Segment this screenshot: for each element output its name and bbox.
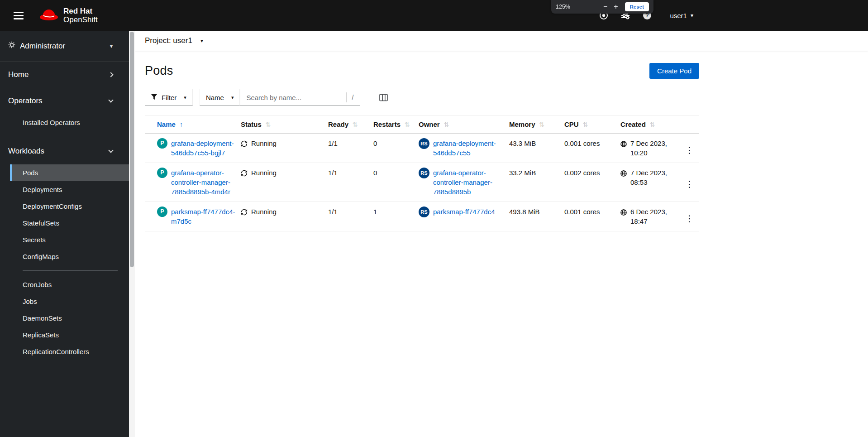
column-label: Status	[241, 120, 262, 128]
cell-created: 7 Dec 2023, 08:53	[620, 163, 682, 202]
chevron-down-icon	[108, 148, 113, 153]
pod-badge: P	[157, 206, 167, 217]
column-header-status[interactable]: Status ⇅	[241, 115, 328, 133]
pod-link[interactable]: grafana-deployment-546dd57c55-bgjl7	[171, 139, 236, 158]
status-text: Running	[251, 139, 277, 148]
user-menu[interactable]: user1 ▾	[670, 12, 693, 19]
column-header-created[interactable]: Created ⇅	[620, 115, 682, 133]
replicaset-badge: RS	[419, 206, 429, 217]
masthead: Red Hat OpenShift ?	[0, 0, 868, 31]
chevron-down-icon[interactable]: ▾	[200, 38, 203, 44]
kebab-menu-button[interactable]: ⋮	[685, 163, 699, 202]
sidebar-item-workloads[interactable]: Workloads	[0, 138, 129, 164]
chevron-right-icon	[108, 72, 113, 77]
search-box: /	[240, 89, 360, 106]
table-row: P grafana-operator-controller-manager-78…	[145, 163, 699, 202]
column-label: Ready	[328, 120, 348, 128]
sidebar-item-home[interactable]: Home	[0, 62, 129, 88]
column-label: Name	[157, 120, 176, 128]
pod-link[interactable]: grafana-operator-controller-manager-7885…	[171, 168, 236, 197]
kebab-menu-button[interactable]: ⋮	[685, 134, 699, 163]
sidebar-item-operators[interactable]: Operators	[0, 88, 129, 114]
replicaset-badge: RS	[419, 168, 429, 178]
cell-status: Running	[241, 202, 328, 231]
globe-icon	[620, 169, 627, 179]
created-text: 7 Dec 2023, 10:20	[630, 139, 675, 158]
browser-zoom-overlay: 125% − + Reset	[551, 0, 653, 14]
sidebar-nav: Administrator ▾ Home Operators Installed…	[0, 31, 129, 437]
zoom-reset-button[interactable]: Reset	[625, 2, 649, 11]
cell-memory: 493.8 MiB	[509, 202, 564, 231]
zoom-out-button[interactable]: −	[600, 3, 610, 10]
cell-cpu: 0.002 cores	[564, 163, 620, 202]
sidebar-scrollbar[interactable]	[129, 31, 135, 437]
sort-icon: ⇅	[266, 121, 271, 128]
cell-ready: 1/1	[328, 134, 373, 163]
gear-icon	[8, 41, 15, 51]
cell-owner: RS parksmap-ff7477dc4	[419, 202, 509, 231]
page-title: Pods	[145, 64, 173, 78]
filter-dropdown[interactable]: Filter ▾	[145, 89, 193, 106]
status-text: Running	[251, 207, 277, 216]
page-header: Pods Create Pod	[145, 63, 699, 79]
sidebar-item-secrets[interactable]: Secrets	[10, 231, 129, 248]
cell-created: 7 Dec 2023, 10:20	[620, 134, 682, 163]
sort-icon: ⇅	[583, 121, 588, 128]
chevron-down-icon	[108, 97, 113, 102]
cell-restarts: 0	[373, 134, 419, 163]
manage-columns-icon[interactable]	[379, 94, 388, 101]
created-text: 7 Dec 2023, 08:53	[630, 168, 675, 187]
sidebar-item-deploymentconfigs[interactable]: DeploymentConfigs	[10, 198, 129, 215]
scrollbar-thumb[interactable]	[130, 32, 134, 267]
sidebar-item-replicasets[interactable]: ReplicaSets	[10, 327, 129, 343]
sidebar-item-jobs[interactable]: Jobs	[10, 293, 129, 310]
column-label: Owner	[419, 120, 440, 128]
column-label: Created	[620, 120, 646, 128]
sort-icon: ⇅	[650, 121, 655, 128]
cell-memory: 33.2 MiB	[509, 163, 564, 202]
kebab-menu-button[interactable]: ⋮	[685, 202, 699, 231]
nav-toggle-button[interactable]	[11, 9, 26, 22]
chevron-down-icon: ▾	[184, 95, 186, 101]
username: user1	[670, 12, 687, 19]
sidebar-item-configmaps[interactable]: ConfigMaps	[10, 248, 129, 265]
zoom-level: 125%	[556, 4, 570, 10]
cell-owner: RS grafana-deployment-546dd57c55	[419, 134, 509, 163]
cell-status: Running	[241, 134, 328, 163]
column-header-restarts[interactable]: Restarts ⇅	[373, 115, 419, 133]
sidebar-item-pods[interactable]: Pods	[10, 164, 129, 181]
sidebar-item-deployments[interactable]: Deployments	[10, 181, 129, 198]
sidebar-item-statefulsets[interactable]: StatefulSets	[10, 215, 129, 231]
cell-owner: RS grafana-operator-controller-manager-7…	[419, 163, 509, 202]
column-header-owner[interactable]: Owner ⇅	[419, 115, 509, 133]
main-content: Project: user1 ▾ Pods Create Pod Filter …	[135, 0, 868, 231]
cell-ready: 1/1	[328, 163, 373, 202]
owner-link[interactable]: grafana-deployment-546dd57c55	[433, 139, 502, 158]
create-pod-button[interactable]: Create Pod	[649, 63, 699, 79]
column-header-ready[interactable]: Ready ⇅	[328, 115, 373, 133]
subnav-divider	[23, 270, 118, 271]
owner-link[interactable]: parksmap-ff7477dc4	[433, 207, 495, 216]
sidebar-item-daemonsets[interactable]: DaemonSets	[10, 310, 129, 327]
attribute-dropdown[interactable]: Name ▾	[200, 89, 240, 106]
column-label: CPU	[564, 120, 579, 128]
globe-icon	[620, 140, 627, 149]
column-header-memory[interactable]: Memory ⇅	[509, 115, 564, 133]
cell-cpu: 0.001 cores	[564, 202, 620, 231]
cell-memory: 43.3 MiB	[509, 134, 564, 163]
sidebar-item-replicationcontrollers[interactable]: ReplicationControllers	[10, 343, 129, 360]
sidebar-item-installed-operators[interactable]: Installed Operators	[10, 114, 129, 131]
filter-label: Filter	[162, 94, 176, 101]
filter-icon	[151, 94, 157, 101]
pod-link[interactable]: parksmap-ff7477dc4-m7d5c	[171, 207, 236, 226]
owner-link[interactable]: grafana-operator-controller-manager-7885…	[433, 168, 502, 197]
nav-label: Operators	[8, 96, 43, 106]
sidebar-item-cronjobs[interactable]: CronJobs	[10, 276, 129, 293]
project-selector[interactable]: Project: user1	[145, 36, 192, 45]
column-header-name[interactable]: Name ↑	[145, 115, 241, 133]
perspective-switcher[interactable]: Administrator ▾	[0, 31, 129, 62]
column-header-cpu[interactable]: CPU ⇅	[564, 115, 620, 133]
search-input[interactable]	[246, 94, 346, 101]
column-header-actions	[682, 115, 699, 133]
zoom-in-button[interactable]: +	[610, 3, 621, 10]
